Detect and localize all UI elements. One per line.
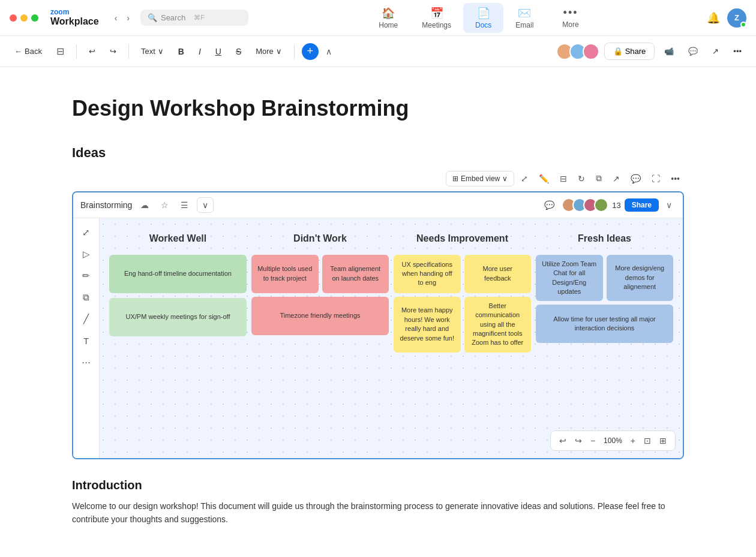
tab-email[interactable]: ✉️ Email bbox=[503, 3, 545, 33]
wb-share-button[interactable]: Share bbox=[625, 198, 659, 212]
wb-pen-tool[interactable]: ✏ bbox=[77, 266, 96, 285]
embed-comment-button[interactable]: 💬 bbox=[626, 171, 645, 186]
nav-back-forward: ‹ › bbox=[111, 11, 133, 25]
nav-back-button[interactable]: ‹ bbox=[111, 11, 121, 25]
underline-button[interactable]: U bbox=[211, 44, 226, 59]
wb-cloud-icon-button[interactable]: ☁ bbox=[137, 198, 152, 212]
wb-card[interactable]: Better communication using all the magni… bbox=[464, 297, 532, 353]
wb-redo-button[interactable]: ↪ bbox=[571, 433, 586, 448]
tab-meetings-label: Meetings bbox=[422, 21, 451, 29]
wb-layers-button[interactable]: ⊞ bbox=[656, 433, 670, 448]
wb-card[interactable]: Timezone friendly meetings bbox=[251, 297, 389, 335]
sidebar-toggle-button[interactable]: ⊟ bbox=[52, 43, 69, 60]
embed-toolbar: ⊞ Embed view ∨ ⤢ ✏️ ⊟ ↻ ⧉ ↗ 💬 ⛶ ••• bbox=[72, 170, 684, 186]
wb-card[interactable]: Allow time for user testing all major in… bbox=[536, 305, 673, 343]
embed-view-button[interactable]: ⊞ Embed view ∨ bbox=[446, 171, 514, 186]
bell-icon[interactable]: 🔔 bbox=[707, 11, 720, 25]
wb-card[interactable]: Eng hand-off timeline documentation bbox=[109, 255, 247, 293]
wb-col-header-fresh-ideas: Fresh Ideas bbox=[536, 228, 673, 250]
search-icon: 🔍 bbox=[148, 13, 157, 22]
tab-meetings[interactable]: 📅 Meetings bbox=[410, 3, 463, 33]
tab-home[interactable]: 🏠 Home bbox=[367, 3, 410, 33]
minimize-dot[interactable] bbox=[20, 14, 28, 22]
wb-dropdown-button[interactable]: ∨ bbox=[197, 197, 214, 213]
wb-columns: Worked Well Eng hand-off timeline docume… bbox=[109, 228, 673, 448]
wb-collab-avatar-4 bbox=[594, 198, 608, 212]
bold-button[interactable]: B bbox=[173, 44, 189, 59]
wb-cards-fresh-ideas: Utilize Zoom Team Chat for all Design/En… bbox=[536, 255, 673, 344]
wb-select-tool[interactable]: ⤢ bbox=[77, 223, 96, 242]
strikethrough-button[interactable]: S bbox=[231, 44, 246, 59]
wb-comment-button[interactable]: 💬 bbox=[541, 198, 558, 212]
wb-card[interactable]: Utilize Zoom Team Chat for all Design/En… bbox=[536, 255, 603, 302]
redo-button[interactable]: ↪ bbox=[105, 44, 121, 59]
wb-card[interactable]: UX specifications when handing off to en… bbox=[394, 255, 461, 293]
wb-card[interactable]: Team alignement on launch dates bbox=[322, 255, 389, 293]
embed-display-button[interactable]: ⊟ bbox=[556, 171, 571, 186]
collapse-button[interactable]: ∧ bbox=[323, 44, 334, 59]
undo-button[interactable]: ↩ bbox=[84, 44, 100, 59]
nav-forward-button[interactable]: › bbox=[123, 11, 133, 25]
comment-button[interactable]: 💬 bbox=[683, 44, 703, 59]
wb-pointer-tool[interactable]: ▷ bbox=[77, 245, 96, 264]
more-label: More bbox=[256, 47, 274, 56]
wb-header-right: 💬 13 Share ∨ bbox=[541, 198, 676, 212]
embed-copy-button[interactable]: ⧉ bbox=[592, 170, 606, 186]
document-title: Design Workshop Brainstorming bbox=[72, 96, 684, 121]
wb-zoom-in-button[interactable]: + bbox=[627, 433, 639, 448]
wb-menu-icon-button[interactable]: ☰ bbox=[177, 198, 192, 212]
wb-line-tool[interactable]: ╱ bbox=[77, 309, 96, 329]
share-button[interactable]: 🔒 Share bbox=[604, 43, 655, 60]
overflow-button[interactable]: ••• bbox=[728, 44, 746, 59]
overflow-icon: ••• bbox=[733, 47, 742, 56]
close-dot[interactable] bbox=[10, 14, 17, 22]
search-placeholder: Search bbox=[161, 13, 185, 22]
wb-card[interactable]: More team happy hours! We work really ha… bbox=[394, 297, 461, 353]
wb-zoom-level: 100% bbox=[600, 436, 626, 445]
wb-column-worked-well: Worked Well Eng hand-off timeline docume… bbox=[109, 228, 247, 448]
maximize-dot[interactable] bbox=[31, 14, 38, 22]
add-block-button[interactable]: + bbox=[302, 43, 319, 60]
wb-card[interactable]: UX/PM weekly meetings for sign-off bbox=[109, 298, 247, 336]
lock-icon: 🔒 bbox=[613, 47, 623, 56]
embed-cursor-button[interactable]: ⤢ bbox=[517, 171, 532, 186]
wb-collapse-button[interactable]: ∨ bbox=[662, 198, 676, 212]
export-button[interactable]: ↗ bbox=[707, 44, 724, 59]
video-button[interactable]: 📹 bbox=[659, 44, 679, 59]
embed-overflow-button[interactable]: ••• bbox=[667, 171, 684, 186]
wb-text-tool[interactable]: T bbox=[77, 331, 96, 350]
wb-undo-button[interactable]: ↩ bbox=[556, 433, 570, 448]
italic-button[interactable]: I bbox=[194, 44, 206, 59]
wb-zoom-out-button[interactable]: − bbox=[587, 433, 599, 448]
wb-card[interactable]: Multiple tools used to track project bbox=[251, 255, 319, 293]
tab-home-label: Home bbox=[379, 21, 398, 29]
more-format-button[interactable]: More ∨ bbox=[251, 44, 287, 59]
email-icon: ✉️ bbox=[518, 7, 531, 20]
tab-more[interactable]: ••• More bbox=[553, 3, 588, 32]
toolbar-divider-2 bbox=[128, 44, 129, 59]
embed-link-button[interactable]: ↗ bbox=[608, 171, 624, 186]
wb-star-icon-button[interactable]: ☆ bbox=[157, 198, 172, 212]
window-controls bbox=[10, 14, 38, 22]
text-format-button[interactable]: Text ∨ bbox=[136, 44, 169, 59]
wb-collab-avatars bbox=[562, 198, 608, 212]
embed-refresh-button[interactable]: ↻ bbox=[574, 171, 589, 186]
wb-cards-worked-well: Eng hand-off timeline documentation UX/P… bbox=[109, 255, 247, 336]
wb-fit-button[interactable]: ⊡ bbox=[640, 433, 655, 448]
wb-card[interactable]: More user feedback bbox=[464, 255, 532, 293]
text-dropdown-icon: ∨ bbox=[158, 47, 164, 56]
search-bar[interactable]: 🔍 Search ⌘F bbox=[140, 10, 248, 26]
tab-email-label: Email bbox=[515, 21, 533, 29]
search-shortcut: ⌘F bbox=[194, 14, 205, 22]
wb-card[interactable]: More design/eng demos for alignement bbox=[607, 255, 674, 302]
embed-fullscreen-button[interactable]: ⛶ bbox=[647, 171, 664, 186]
tab-docs[interactable]: 📄 Docs bbox=[463, 3, 503, 33]
user-avatar[interactable]: Z bbox=[727, 8, 746, 28]
wb-expand-tool[interactable]: ⋯ bbox=[77, 353, 96, 372]
embed-draw-button[interactable]: ✏️ bbox=[535, 171, 553, 186]
wb-cards-didnt-work: Multiple tools used to track project Tea… bbox=[251, 255, 389, 335]
intro-text: Welcome to our design workshop! This doc… bbox=[72, 499, 684, 526]
wb-copy-tool[interactable]: ⧉ bbox=[77, 288, 96, 307]
wb-left-toolbar: ⤢ ▷ ✏ ⧉ ╱ T ⋯ bbox=[73, 218, 100, 458]
back-button[interactable]: ← Back bbox=[10, 44, 47, 59]
